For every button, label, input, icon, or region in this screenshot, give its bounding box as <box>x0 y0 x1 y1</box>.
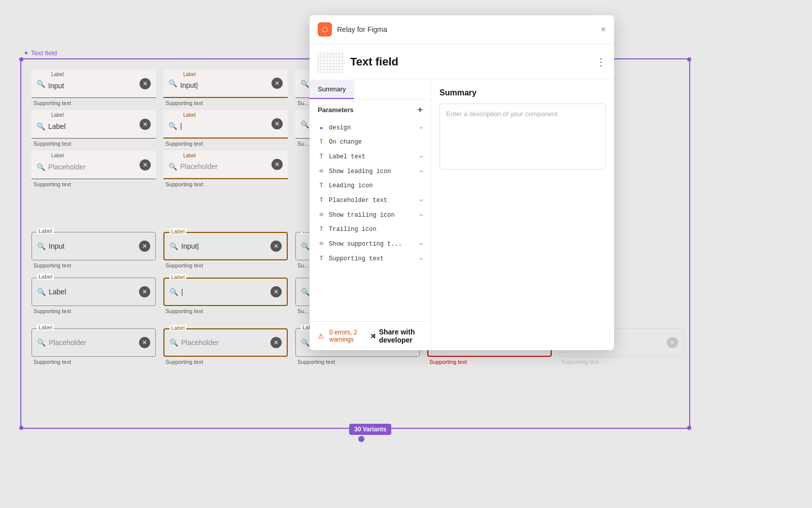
param-name-leadingicon: Leading icon <box>329 182 423 189</box>
close-button-11[interactable]: ✕ <box>139 337 150 348</box>
panel-header: ⬡ Relay for Figma × <box>310 15 614 44</box>
close-button-6[interactable]: ✕ <box>272 159 283 170</box>
component-thumbnail <box>318 51 344 73</box>
tf-empty-cursor[interactable] <box>180 122 268 130</box>
T-icon-5: T <box>318 226 325 233</box>
tf-placeholder-input[interactable]: Label 🔍 Placeholder ✕ <box>31 151 156 179</box>
close-button[interactable]: ✕ <box>140 78 151 89</box>
param-item-design[interactable]: ◆ design ⇒ <box>310 120 431 135</box>
tf-ph-active-input[interactable]: Label 🔍 Placeholder ✕ <box>163 151 288 179</box>
tf-outlined-ph-active: Label 🔍 Placeholder ✕ Supporting text <box>163 328 288 365</box>
param-item-labeltext[interactable]: T Label text ⇒ <box>310 149 431 164</box>
close-button-3[interactable]: ✕ <box>140 119 151 130</box>
tf-outlined-active: Label 🔍 Input ✕ Supporting text <box>163 232 288 268</box>
param-name-supportingtext: Supporting text <box>329 255 415 262</box>
T-icon-3: T <box>318 182 325 189</box>
supporting-text: Supporting text <box>31 100 156 106</box>
supporting-text-16: Supporting text <box>163 359 288 365</box>
tab-summary[interactable]: Summary <box>310 80 354 99</box>
tf-filled-label-input[interactable]: Label 🔍 Label ✕ <box>31 110 156 139</box>
corner-dot-br <box>687 426 691 430</box>
search-icon-10: 🔍 <box>170 242 178 250</box>
search-icon-6: 🔍 <box>300 120 309 128</box>
close-button-12[interactable]: ✕ <box>270 337 282 348</box>
search-icon-12: 🔍 <box>37 288 46 296</box>
close-button-8[interactable]: ✕ <box>270 241 282 252</box>
variants-pin <box>358 436 364 442</box>
T-icon-4: T <box>318 197 325 204</box>
tf-ph-outlined-label: Label <box>37 324 54 330</box>
tf-outlined-ph-active-input[interactable]: Label 🔍 Placeholder ✕ <box>163 328 288 357</box>
tf-outlined-label-input[interactable]: Label 🔍 Label ✕ <box>31 278 156 306</box>
tf-variant-filled-normal: Label 🔍 Input ✕ Supporting text <box>31 70 156 106</box>
component-header: Text field ⋮ <box>310 44 614 80</box>
tf-filled-active-input[interactable]: Label 🔍 Input ✕ <box>163 70 288 98</box>
param-item-showsupporting[interactable]: 👁 Show supporting t... ⇒ <box>310 236 431 251</box>
param-name-trailingicon: Trailing icon <box>329 226 423 233</box>
share-developer-button[interactable]: ⤨ Share with developer <box>370 328 423 344</box>
param-item-showtrailing[interactable]: 👁 Show trailing icon ⇒ <box>310 208 431 222</box>
tf-ph-active-outlined-label: Label <box>170 325 186 331</box>
param-item-trailingicon[interactable]: T Trailing icon <box>310 222 431 236</box>
param-item-showleading[interactable]: 👁 Show leading icon ⇒ <box>310 164 431 179</box>
tf-filled-input[interactable]: Label 🔍 Input ✕ <box>31 70 156 98</box>
tf-ph-active-label: Label <box>182 153 197 158</box>
T-icon-2: T <box>318 153 325 160</box>
search-icon-11: 🔍 <box>301 242 310 250</box>
param-item-supportingtext[interactable]: T Supporting text ⇒ <box>310 251 431 266</box>
param-name-showleading: Show leading icon <box>329 168 415 175</box>
params-section: Parameters + ◆ design ⇒ T On change T <box>310 99 431 321</box>
param-arrow-design: ⇒ <box>419 124 423 131</box>
tf-outlined-label-1: Label <box>37 228 54 234</box>
variants-badge: 30 Variants <box>349 424 391 435</box>
description-textarea[interactable] <box>439 104 606 170</box>
param-item-onchange[interactable]: T On change <box>310 135 431 149</box>
close-button-10[interactable]: ✕ <box>270 286 282 297</box>
eye-icon-3: 👁 <box>318 241 325 248</box>
search-icon-14: 🔍 <box>301 288 310 296</box>
tf-outlined-normal: Label 🔍 Input ✕ Supporting text <box>31 232 156 268</box>
tf-ph-active-outlined-value: Placeholder <box>181 338 267 347</box>
param-arrow-showsupporting: ⇒ <box>419 240 423 248</box>
tf-label-only: Label <box>50 112 65 118</box>
param-item-placeholdertext[interactable]: T Placeholder text ⇒ <box>310 193 431 208</box>
search-icon: 🔍 <box>37 80 45 88</box>
close-button-7[interactable]: ✕ <box>139 241 150 252</box>
tf-outlined-input-2[interactable]: Label 🔍 Input ✕ <box>163 232 288 260</box>
panel-right: Summary <box>431 80 614 350</box>
tf-outlined-ph-input[interactable]: Label 🔍 Placeholder ✕ <box>31 328 156 357</box>
supporting-text-disabled: Supporting text <box>559 359 684 365</box>
supporting-text-5: Supporting text <box>163 141 288 147</box>
frame-label: ✦ Text field <box>23 49 57 57</box>
add-param-button[interactable]: + <box>417 105 423 115</box>
panel-menu-button[interactable]: ⋮ <box>596 56 606 68</box>
tf-outlined-empty-active-input[interactable]: Label 🔍 ✕ <box>163 278 288 306</box>
supporting-text-2: Supporting text <box>163 100 288 106</box>
tf-outlined-input-1[interactable]: Label 🔍 Input ✕ <box>31 232 156 260</box>
close-button-4[interactable]: ✕ <box>272 118 283 129</box>
supporting-text-4: Supporting text <box>31 141 156 147</box>
share-icon: ⤨ <box>370 332 376 340</box>
supporting-text-10: Supporting text <box>163 262 288 268</box>
param-arrow-placeholdertext: ⇒ <box>419 196 423 204</box>
param-item-leadingicon[interactable]: T Leading icon <box>310 179 431 193</box>
param-arrow-supportingtext: ⇒ <box>419 255 423 262</box>
footer-message: 0 errors, 2 warnings <box>329 329 365 343</box>
supporting-text-9: Supporting text <box>31 262 156 268</box>
tf-filled-empty-active[interactable]: Label 🔍 ✕ <box>163 110 288 139</box>
tf-label-value: Label <box>48 122 137 130</box>
tf-outlined-value-2[interactable]: Input <box>181 242 267 250</box>
close-button-2[interactable]: ✕ <box>272 78 283 89</box>
close-button-5[interactable]: ✕ <box>140 159 151 171</box>
tf-active-value[interactable]: Input <box>180 81 268 89</box>
panel-footer: ⚠ 0 errors, 2 warnings ⤨ Share with deve… <box>310 321 431 350</box>
close-button-9[interactable]: ✕ <box>139 286 150 297</box>
panel-title: Relay for Figma <box>337 25 595 33</box>
params-header: Parameters + <box>310 99 431 120</box>
tf-ol-cursor[interactable] <box>181 288 267 296</box>
tf-variant-filled-active: Label 🔍 Input ✕ Supporting text <box>163 70 288 106</box>
close-panel-button[interactable]: × <box>600 24 606 35</box>
component-name: Text field <box>350 55 398 69</box>
supporting-text-15: Supporting text <box>31 359 156 365</box>
param-name-showsupporting: Show supporting t... <box>329 241 415 248</box>
